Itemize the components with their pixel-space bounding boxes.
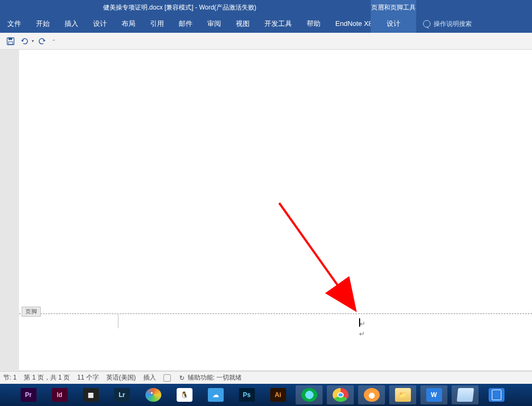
browser-icon: [301, 388, 317, 402]
qq-icon: 🐧: [177, 388, 192, 402]
photoshop-icon: Ps: [239, 388, 255, 402]
title-doc: 健美操专项证明.docx: [103, 4, 163, 11]
firefox-icon: [364, 388, 380, 402]
taskbar-chrome[interactable]: [325, 384, 356, 406]
taskbar-qq[interactable]: 🐧: [169, 384, 200, 406]
status-page[interactable]: 第 1 页，共 1 页: [24, 373, 70, 382]
tab-file[interactable]: 文件: [0, 15, 29, 33]
tab-mailings[interactable]: 邮件: [171, 15, 200, 33]
ribbon-tabs: 文件 开始 插入 设计 布局 引用 邮件 审阅 视图 开发工具 帮助 EndNo…: [0, 15, 532, 33]
status-language[interactable]: 英语(美国): [106, 373, 136, 382]
status-insert-mode[interactable]: 插入: [143, 373, 156, 382]
quick-access-toolbar: ▾ ⁼: [0, 33, 532, 50]
tell-me-label: 操作说明搜索: [434, 20, 472, 29]
tab-home[interactable]: 开始: [29, 15, 57, 33]
tab-help[interactable]: 帮助: [299, 15, 328, 33]
redo-button[interactable]: [37, 36, 48, 47]
taskbar-beach-ball[interactable]: [137, 384, 169, 406]
qat-customize-dropdown[interactable]: ⁼: [51, 36, 56, 47]
indesign-icon: Id: [52, 388, 68, 402]
contextual-tool-label: 页眉和页脚工具: [371, 0, 416, 15]
cloud-icon: ☁: [208, 388, 224, 402]
status-bar: 节: 1 第 1 页，共 1 页 11 个字 英语(美国) 插入 ↻ 辅助功能:…: [0, 371, 532, 384]
taskbar-firefox[interactable]: [356, 384, 387, 406]
notepad-icon: [456, 388, 474, 402]
taskbar-video-editor[interactable]: ▦: [75, 384, 106, 406]
windows-taskbar: Pr Id ▦ Lr 🐧 ☁ Ps Ai 📁 W: [0, 384, 532, 406]
taskbar-adobe-premiere[interactable]: Pr: [13, 384, 44, 406]
taskbar-cloud[interactable]: ☁: [200, 384, 231, 406]
premiere-icon: Pr: [21, 388, 36, 402]
window-title: 健美操专项证明.docx [兼容模式] - Word(产品激活失败): [103, 3, 256, 12]
save-button[interactable]: [5, 36, 16, 47]
illustrator-icon: Ai: [270, 388, 286, 402]
undo-button[interactable]: [19, 36, 30, 47]
taskbar-file-explorer[interactable]: 📁: [387, 384, 418, 406]
phone-icon: [489, 388, 505, 402]
status-accessibility-label: 辅助功能: 一切就绪: [188, 373, 242, 382]
tab-developer[interactable]: 开发工具: [257, 15, 299, 33]
lightroom-icon: Lr: [114, 388, 130, 402]
refresh-icon: ↻: [178, 374, 186, 382]
tab-header-footer-design[interactable]: 设计: [371, 15, 416, 33]
undo-dropdown[interactable]: ▾: [32, 39, 34, 43]
title-mode: [兼容模式]: [164, 4, 194, 11]
tab-design[interactable]: 设计: [86, 15, 114, 33]
paragraph-mark-icon: ↵: [359, 330, 365, 338]
wps-icon: W: [426, 388, 442, 402]
title-bar: 健美操专项证明.docx [兼容模式] - Word(产品激活失败) 页眉和页脚…: [0, 0, 532, 15]
taskbar-adobe-photoshop[interactable]: Ps: [231, 384, 262, 406]
taskbar-wps[interactable]: W: [418, 384, 450, 406]
status-word-count[interactable]: 11 个字: [77, 373, 99, 382]
title-app: Word(产品激活失败): [199, 4, 256, 11]
footer-boundary-line: [19, 313, 532, 314]
beach-ball-icon: [145, 388, 161, 402]
status-accessibility[interactable]: ↻ 辅助功能: 一切就绪: [178, 373, 242, 382]
svg-rect-2: [8, 42, 13, 44]
film-icon: ▦: [83, 388, 99, 402]
taskbar-adobe-indesign[interactable]: Id: [44, 384, 75, 406]
status-section[interactable]: 节: 1: [3, 373, 16, 382]
taskbar-adobe-lightroom[interactable]: Lr: [106, 384, 137, 406]
taskbar-browser-360[interactable]: [293, 384, 325, 406]
tab-view[interactable]: 视图: [228, 15, 257, 33]
document-area[interactable]: 页脚 ↵ ↵: [0, 50, 532, 371]
tab-insert[interactable]: 插入: [57, 15, 86, 33]
taskbar-phone-link[interactable]: [481, 384, 512, 406]
tab-review[interactable]: 审阅: [200, 15, 228, 33]
tab-references[interactable]: 引用: [143, 15, 171, 33]
tell-me-search[interactable]: 操作说明搜索: [423, 15, 472, 33]
taskbar-adobe-illustrator[interactable]: Ai: [262, 384, 293, 406]
paragraph-mark-icon: ↵: [360, 319, 365, 329]
document-page[interactable]: [19, 50, 532, 370]
lightbulb-icon: [423, 20, 430, 27]
status-macro-icon[interactable]: [163, 374, 171, 382]
tab-layout[interactable]: 布局: [114, 15, 143, 33]
folder-icon: 📁: [395, 388, 411, 402]
svg-rect-1: [8, 38, 12, 40]
chrome-icon: [333, 388, 348, 402]
page-number-frame-edge: [118, 313, 118, 328]
footer-region-tag[interactable]: 页脚: [22, 307, 41, 317]
taskbar-notepad[interactable]: [450, 384, 481, 406]
